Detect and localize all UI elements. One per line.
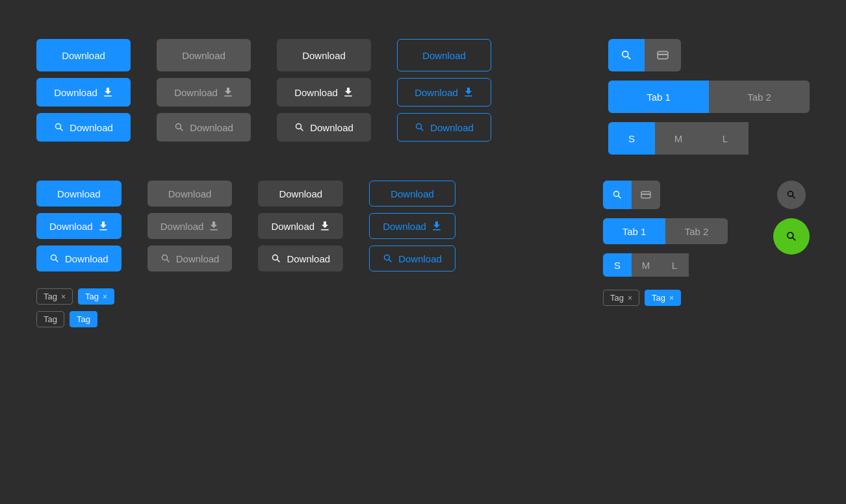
download-outline-blue-text[interactable]: Download xyxy=(397,39,491,71)
tab-1[interactable]: Tab 1 xyxy=(608,81,709,113)
top-size-group: S M L xyxy=(608,122,810,155)
bottom-right-controls: Tab 1 Tab 2 S M L xyxy=(603,181,728,306)
b-download-gray-icon-right[interactable]: Download xyxy=(147,213,233,239)
b-download-gray-text[interactable]: Download xyxy=(147,181,233,207)
search-icon xyxy=(294,122,305,132)
b-download-blue-icon-right[interactable]: Download xyxy=(36,213,122,239)
download-outline-blue-icon-left[interactable]: Download xyxy=(397,113,491,142)
search-icon xyxy=(160,253,171,264)
search-icon xyxy=(786,190,797,200)
download-blue-text[interactable]: Download xyxy=(36,39,131,71)
card-icon-button[interactable] xyxy=(645,39,681,71)
download-blue-icon-right[interactable]: Download xyxy=(36,78,131,107)
b-size-m[interactable]: M xyxy=(632,253,660,277)
b-tab-1[interactable]: Tab 1 xyxy=(603,218,665,244)
search-icon xyxy=(174,122,185,132)
download-icon xyxy=(223,87,233,97)
b-download-dark-icon-left[interactable]: Download xyxy=(258,246,343,271)
download-icon xyxy=(463,87,474,97)
bottom-icon-btn-group xyxy=(603,181,728,209)
tag-outline-right-1[interactable]: Tag × xyxy=(603,290,639,306)
b-card-icon-button[interactable] xyxy=(632,181,660,209)
tag-close-icon[interactable]: × xyxy=(628,294,632,303)
size-s[interactable]: S xyxy=(608,122,655,155)
tag-row-2: Tag Tag xyxy=(36,311,122,327)
top-right-controls: Tab 1 Tab 2 S M L xyxy=(608,39,810,155)
tag-row-right-1: Tag × Tag × xyxy=(603,290,728,306)
tag-close-icon[interactable]: × xyxy=(669,294,674,303)
b-download-blue-text[interactable]: Download xyxy=(36,181,122,207)
bottom-outline-blue-btn-group: Download Download Download xyxy=(369,181,455,271)
b-download-outline-blue-icon-right[interactable]: Download xyxy=(369,213,455,239)
search-icon-button[interactable] xyxy=(608,39,645,71)
tag-close-icon[interactable]: × xyxy=(103,292,107,301)
search-icon xyxy=(271,253,281,264)
tag-close-icon[interactable]: × xyxy=(61,292,66,301)
download-icon xyxy=(98,221,109,231)
b-tab-2[interactable]: Tab 2 xyxy=(665,218,728,244)
search-icon xyxy=(415,122,425,132)
search-icon xyxy=(612,190,622,200)
dark-btn-group: Download Download Download xyxy=(277,39,371,142)
download-gray-text[interactable]: Download xyxy=(157,39,251,71)
search-icon xyxy=(383,253,393,264)
top-icon-btn-group xyxy=(608,39,810,71)
download-icon xyxy=(103,87,113,97)
bottom-section: Download Download Download Tag × Tag xyxy=(36,181,810,327)
outline-blue-btn-group: Download Download Download xyxy=(397,39,491,142)
b-size-l[interactable]: L xyxy=(660,253,689,277)
tag-blue-right-1[interactable]: Tag × xyxy=(645,290,681,306)
b-size-s[interactable]: S xyxy=(603,253,632,277)
bottom-gray-btn-group: Download Download Download xyxy=(147,181,233,271)
bottom-size-group: S M L xyxy=(603,253,728,277)
download-dark-icon-left[interactable]: Download xyxy=(277,113,371,142)
top-tab-group: Tab 1 Tab 2 xyxy=(608,81,810,113)
b-download-dark-text[interactable]: Download xyxy=(258,181,343,207)
tags-left: Tag × Tag × Tag Tag xyxy=(36,288,122,327)
b-download-blue-icon-left[interactable]: Download xyxy=(36,246,122,271)
bottom-dark-btn-group: Download Download Download xyxy=(258,181,343,271)
bottom-blue-btn-group: Download Download Download Tag × Tag xyxy=(36,181,122,327)
search-icon xyxy=(49,253,60,264)
b-download-outline-blue-text[interactable]: Download xyxy=(369,181,455,207)
tag-row-1: Tag × Tag × xyxy=(36,288,122,305)
search-icon xyxy=(786,231,797,242)
tags-right: Tag × Tag × xyxy=(603,290,728,306)
search-icon xyxy=(54,122,64,132)
download-icon xyxy=(209,221,219,231)
download-dark-text[interactable]: Download xyxy=(277,39,371,71)
top-section: Download Download Download Download Down… xyxy=(36,39,810,155)
b-download-gray-icon-left[interactable]: Download xyxy=(147,246,233,271)
download-dark-icon-right[interactable]: Download xyxy=(277,78,371,107)
download-gray-icon-left[interactable]: Download xyxy=(157,113,251,142)
tag-blue-1[interactable]: Tag × xyxy=(78,288,114,305)
gray-btn-group: Download Download Download xyxy=(157,39,251,142)
tag-outline-1[interactable]: Tag × xyxy=(36,288,73,305)
download-outline-blue-icon-right[interactable]: Download xyxy=(397,78,491,107)
circle-search-green-button[interactable] xyxy=(773,218,810,255)
download-icon xyxy=(431,221,442,231)
b-download-dark-icon-right[interactable]: Download xyxy=(258,213,343,239)
blue-btn-group: Download Download Download xyxy=(36,39,131,142)
card-icon xyxy=(657,49,669,61)
size-l[interactable]: L xyxy=(702,122,749,155)
size-m[interactable]: M xyxy=(655,122,702,155)
download-icon xyxy=(320,221,330,231)
tab-2[interactable]: Tab 2 xyxy=(709,81,810,113)
download-icon xyxy=(343,87,353,97)
search-icon xyxy=(621,49,632,61)
b-search-icon-button[interactable] xyxy=(603,181,632,209)
circle-search-gray-button[interactable] xyxy=(777,181,806,209)
floating-btn-group xyxy=(773,181,810,255)
bottom-tab-group: Tab 1 Tab 2 xyxy=(603,218,728,244)
tag-plain-1[interactable]: Tag xyxy=(36,311,64,327)
b-download-outline-blue-icon-left[interactable]: Download xyxy=(369,246,455,271)
tag-plain-blue-1[interactable]: Tag xyxy=(70,311,97,327)
download-blue-icon-left[interactable]: Download xyxy=(36,113,131,142)
card-icon xyxy=(641,190,651,200)
download-gray-icon-right[interactable]: Download xyxy=(157,78,251,107)
